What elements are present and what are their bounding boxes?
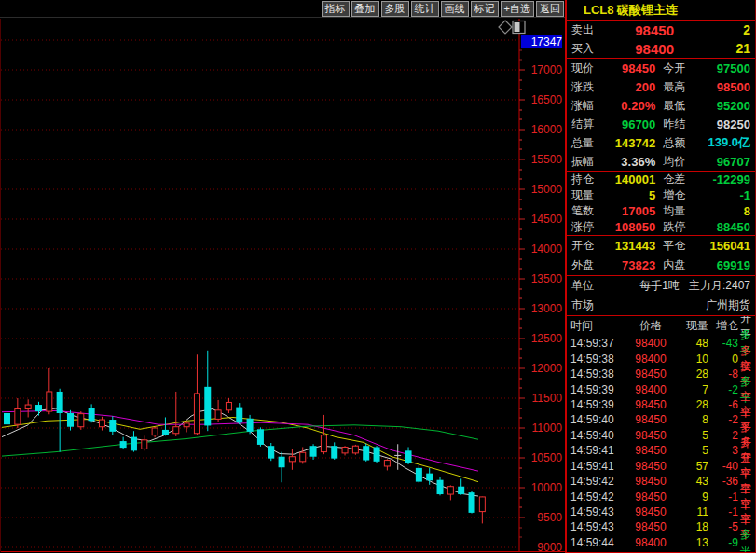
candle-down	[363, 446, 369, 460]
tape-time: 14:59:40	[567, 413, 625, 426]
tape-open-close-flag: 多平	[738, 527, 755, 552]
toolbar-button-标记[interactable]: 标记	[471, 1, 499, 17]
tape-time: 14:59:44	[567, 536, 625, 549]
stat-label: 持仓	[571, 172, 594, 187]
candle-down	[374, 447, 380, 461]
stat-label: 结算	[571, 117, 594, 132]
stat-label: 涨跌	[571, 79, 594, 95]
candle-up	[215, 410, 221, 420]
stat-cell: 现价98450	[571, 61, 655, 76]
toolbar-button-画线[interactable]: 画线	[441, 1, 469, 17]
candle-up	[226, 402, 231, 409]
quote-panel: LCL8 碳酸锂主连 卖出984502买入9840021 现价98450今开97…	[565, 0, 756, 553]
toolbar-button-统计[interactable]: 统计	[411, 1, 439, 17]
tape-price: 98400	[625, 383, 677, 396]
stat-label: 总量	[571, 135, 594, 151]
candle-down	[279, 457, 285, 468]
y-axis-label: 10500	[531, 451, 563, 464]
candle-down	[331, 446, 337, 458]
candle-up	[194, 394, 199, 434]
tape-time: 14:59:39	[567, 383, 625, 396]
tape-position-change: -6	[708, 398, 738, 411]
stat-cell: 涨幅0.20%	[571, 98, 655, 114]
y-axis-label: 11500	[532, 392, 563, 405]
candle-down	[310, 446, 317, 457]
info-values: 广州期货	[611, 297, 750, 313]
stat-value: 3.36%	[621, 155, 655, 169]
candle-down	[257, 429, 264, 445]
candle-down	[469, 492, 475, 513]
toolbar-button-指标[interactable]: 指标	[322, 1, 350, 17]
toolbar-button-叠加[interactable]: 叠加	[351, 1, 379, 17]
buy-row: 买入9840021	[567, 39, 755, 58]
stat-value: 98450	[622, 62, 655, 76]
sell-row: 卖出984502	[567, 21, 755, 39]
y-axis-label: 14500	[531, 213, 563, 226]
tape-position-change: 2	[708, 429, 738, 442]
info-value: 每手1吨	[639, 278, 680, 294]
candlestick-chart[interactable]: 1700016500160001550015000145001400013500…	[0, 0, 566, 553]
tape-position-change: 3	[708, 444, 738, 457]
tape-time: 14:59:38	[567, 367, 625, 380]
toolbar-button-返回[interactable]: 返回	[536, 1, 564, 17]
tape-volume: 9	[677, 491, 708, 504]
stat-value: 98250	[717, 118, 750, 131]
tape-price: 98450	[625, 413, 677, 426]
candle-down	[247, 419, 254, 432]
tape-row: 14:59:3898400100多换	[567, 351, 755, 366]
stat-cell: 涨跌200	[571, 79, 655, 95]
stat-label: 现价	[571, 61, 594, 76]
tape-volume: 28	[677, 398, 708, 411]
buy-row-label: 买入	[571, 41, 611, 57]
toolbar-button-多股[interactable]: 多股	[381, 1, 409, 17]
y-axis-highlight-value: 17347	[531, 35, 563, 48]
stat-label: 开仓	[571, 238, 594, 254]
tape-header-2: 现量	[677, 318, 708, 334]
y-axis-label: 16500	[531, 93, 563, 106]
toolbar-button-自选[interactable]: +自选	[501, 1, 534, 17]
open-close-section: 开仓131443平仓156041外盘73823内盘69919	[567, 236, 755, 276]
tape-position-change: -2	[708, 413, 738, 426]
tape-time: 14:59:41	[567, 444, 625, 457]
stat-label: 内盘	[663, 257, 685, 273]
stat-cell: 均价96707	[655, 154, 750, 170]
candle-up	[184, 423, 189, 427]
position-stat-row: 笔数17005均量8	[567, 203, 755, 219]
stat-cell: 总量143742	[571, 135, 655, 151]
tape-row: 14:59:419845053多开	[567, 443, 755, 458]
tape-row: 14:59:449840013-9多平	[567, 535, 755, 550]
tape-position-change: -1	[708, 491, 738, 504]
y-axis-label: 17000	[531, 63, 563, 76]
stat-label: 仓差	[663, 172, 685, 187]
stat-cell: 均量8	[655, 203, 750, 219]
candle-down	[405, 450, 412, 463]
tape-volume: 5	[677, 429, 708, 442]
candle-down	[236, 408, 242, 423]
tape-position-change: -1	[708, 505, 738, 518]
candle-up	[99, 420, 104, 427]
candle-up	[15, 409, 21, 425]
market-stats-section: 现价98450今开97500涨跌200最高98500涨幅0.20%最低95200…	[567, 59, 755, 172]
tape-price: 98450	[625, 444, 677, 457]
tape-row: 14:59:429845043-36空平	[567, 474, 755, 489]
tape-price: 98450	[625, 491, 677, 504]
candle-down	[35, 405, 42, 411]
candle-down	[162, 430, 169, 435]
tape-position-change: -40	[708, 460, 738, 473]
stat-label: 外盘	[571, 257, 594, 273]
time-and-sales: 时间价格现量增仓开平14:59:379840048-43多平14:59:3898…	[567, 316, 755, 552]
y-axis-label: 12500	[531, 332, 563, 345]
stat-value: 108050	[615, 220, 655, 234]
candle-up	[352, 446, 358, 453]
stat-label: 昨结	[663, 117, 685, 132]
y-axis-label: 9500	[537, 511, 562, 524]
open-close-stat-row: 开仓131443平仓156041	[567, 236, 755, 256]
stat-cell: 振幅3.36%	[571, 154, 655, 170]
sell-row-qty: 2	[674, 22, 750, 37]
stat-cell: 总额139.0亿	[655, 134, 750, 151]
diamond-icon[interactable]	[499, 21, 512, 34]
tape-price: 98400	[625, 536, 677, 549]
tape-price: 98450	[625, 505, 677, 518]
stat-label: 今开	[663, 61, 685, 76]
candle-up	[47, 392, 52, 411]
